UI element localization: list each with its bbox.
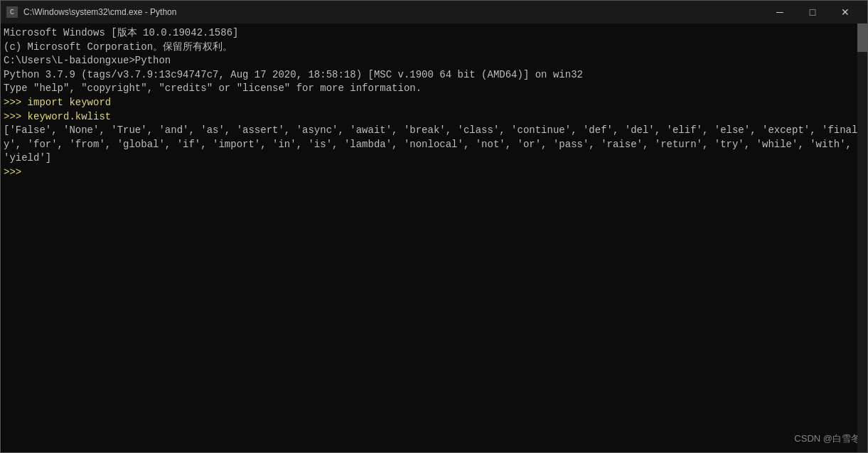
title-bar-controls: ─ □ ✕ [763,1,862,23]
title-bar-text: C:\Windows\system32\cmd.exe - Python [23,7,763,17]
console-line: >>> import keyword [4,96,864,110]
minimize-button[interactable]: ─ [763,1,796,23]
console-line: Type "help", "copyright", "credits" or "… [4,82,864,96]
console-line: >>> keyword.kwlist [4,110,864,124]
watermark: CSDN @白雪冬 [794,432,860,445]
console-output[interactable]: Microsoft Windows [版本 10.0.19042.1586](c… [1,23,867,452]
console-line: ['False', 'None', 'True', 'and', 'as', '… [4,124,864,166]
scrollbar[interactable] [857,23,867,452]
close-button[interactable]: ✕ [829,1,862,23]
maximize-button[interactable]: □ [796,1,829,23]
console-line: Python 3.7.9 (tags/v3.7.9:13c94747c7, Au… [4,68,864,82]
console-line: Microsoft Windows [版本 10.0.19042.1586] [4,26,864,41]
title-bar: C C:\Windows\system32\cmd.exe - Python ─… [1,1,867,23]
scrollbar-thumb[interactable] [857,23,867,52]
console-line: C:\Users\L-baidongxue>Python [4,54,864,68]
cmd-window: C C:\Windows\system32\cmd.exe - Python ─… [0,0,868,453]
console-line: >>> [4,166,864,180]
console-lines: Microsoft Windows [版本 10.0.19042.1586](c… [4,26,864,180]
console-line: (c) Microsoft Corporation。保留所有权利。 [4,41,864,55]
window-icon: C [6,6,18,18]
